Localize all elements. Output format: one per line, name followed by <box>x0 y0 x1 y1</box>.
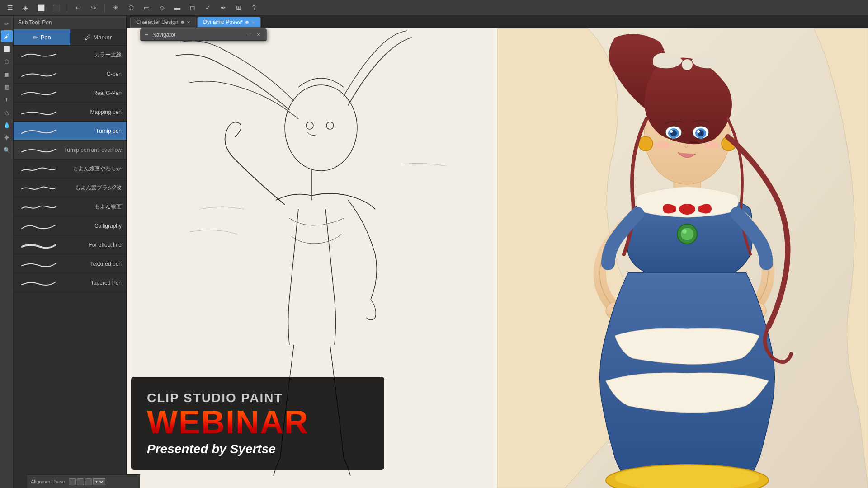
svg-point-6 <box>682 59 693 70</box>
brush-item-11[interactable]: Textured pen <box>14 254 126 273</box>
brush-preview-0 <box>18 49 59 61</box>
tool-move[interactable]: ✥ <box>1 131 13 143</box>
tab-close-2[interactable]: ✕ <box>251 20 255 25</box>
canvas-area[interactable]: CLIP STUDIO PAINT WEBINAR Presented by S… <box>127 28 868 488</box>
tab-dynamic-poses-label: Dynamic Poses* <box>203 19 243 25</box>
bottom-bar-label: Alignment base <box>31 479 65 484</box>
top-toolbar: ☰ ◈ ⬜ ⬛ ↩ ↪ ✳ ⬡ ▭ ◇ ▬ ◻ ✓ ✒ ⊞ ? <box>0 0 868 16</box>
brush-name-10: For effect line <box>62 242 122 248</box>
pen-tab[interactable]: ✏ Pen <box>14 29 70 45</box>
tool-btn-7[interactable]: ◇ <box>156 1 168 14</box>
tab-character-design[interactable]: Character Design ✕ <box>130 17 196 28</box>
navigator-title-label: Navigator <box>152 32 175 38</box>
brush-name-9: Calligraphy <box>62 223 122 229</box>
svg-point-14 <box>697 130 700 133</box>
tool-btn-11[interactable]: ✒ <box>217 1 230 14</box>
pen-tab-label: Pen <box>41 34 51 41</box>
brush-item-2[interactable]: Real G-Pen <box>14 84 126 103</box>
navigator-minimize-button[interactable]: ─ <box>245 31 253 39</box>
brush-item-4[interactable]: Turnip pen <box>14 122 126 141</box>
navigator-titlebar-left: ☰ Navigator <box>144 32 175 38</box>
tool-pen[interactable]: ✏ <box>1 18 13 29</box>
svg-point-16 <box>704 141 720 149</box>
brush-name-4: Turnip pen <box>62 128 122 134</box>
brush-preview-12 <box>18 277 59 289</box>
brush-name-3: Mapping pen <box>62 109 122 115</box>
tool-gradient[interactable]: ▦ <box>1 81 13 93</box>
webinar-main-text: WEBINAR <box>147 406 368 438</box>
brush-item-3[interactable]: Mapping pen <box>14 103 126 122</box>
tool-fill[interactable]: ◼ <box>1 68 13 80</box>
navigator-close-button[interactable]: ✕ <box>255 31 263 39</box>
brush-name-5: Turnip pen anti overflow <box>62 147 122 153</box>
marker-tab[interactable]: 🖊 Marker <box>70 29 127 45</box>
brush-list[interactable]: カラー主線 G-pen Real G-Pen <box>14 46 126 488</box>
brush-item-6[interactable]: もよん線画やわらか <box>14 160 126 178</box>
svg-point-21 <box>681 228 693 240</box>
sub-tool-panel: Sub Tool: Pen ✏ Pen 🖊 Marker カラー主線 <box>14 16 127 488</box>
navigator-titlebar: ☰ Navigator ─ ✕ <box>141 29 266 41</box>
tool-btn-9[interactable]: ◻ <box>186 1 199 14</box>
brush-item-0[interactable]: カラー主線 <box>14 46 126 65</box>
svg-point-15 <box>654 141 670 149</box>
brush-name-8: もよん線画 <box>62 203 122 211</box>
illustration-svg <box>497 28 868 488</box>
tool-text[interactable]: T <box>1 94 13 105</box>
tool-btn-5[interactable]: ⬡ <box>125 1 137 14</box>
tool-select[interactable]: ⬡ <box>1 56 13 67</box>
tool-btn-6[interactable]: ▭ <box>140 1 153 14</box>
brush-preview-5 <box>18 144 59 156</box>
tool-eraser[interactable]: ⬜ <box>1 43 13 55</box>
brush-item-10[interactable]: For effect line <box>14 235 126 254</box>
tab-bar: Character Design ✕ Dynamic Poses* ✕ <box>127 16 868 28</box>
redo-button[interactable]: ↪ <box>87 1 100 14</box>
brush-item-1[interactable]: G-pen <box>14 65 126 84</box>
help-button[interactable]: ? <box>248 1 260 14</box>
tool-btn-2[interactable]: ⬜ <box>34 1 47 14</box>
brush-preview-11 <box>18 258 59 270</box>
brush-item-12[interactable]: Tapered Pen <box>14 273 126 292</box>
tab-dynamic-poses[interactable]: Dynamic Poses* ✕ <box>197 17 261 28</box>
brush-name-7: もよん髪ブラシ2改 <box>62 184 122 192</box>
webinar-top-text: CLIP STUDIO PAINT <box>147 390 368 406</box>
alignment-btn-3[interactable] <box>85 478 92 485</box>
left-tools: ✏ 🖌 ⬜ ⬡ ◼ ▦ T △ 💧 ✥ 🔍 <box>0 16 14 488</box>
brush-preview-8 <box>18 201 59 213</box>
brush-item-7[interactable]: もよん髪ブラシ2改 <box>14 178 126 197</box>
brush-item-9[interactable]: Calligraphy <box>14 216 126 235</box>
webinar-overlay: CLIP STUDIO PAINT WEBINAR Presented by S… <box>131 377 384 470</box>
brush-name-0: カラー主線 <box>62 51 122 59</box>
navigator-panel: ☰ Navigator ─ ✕ <box>140 28 267 41</box>
tool-zoom[interactable]: 🔍 <box>1 144 13 156</box>
illustration-area <box>497 28 868 488</box>
alignment-select[interactable]: ▾ <box>93 478 105 485</box>
brush-preview-9 <box>18 220 59 232</box>
brush-preview-7 <box>18 182 59 194</box>
tool-shape[interactable]: △ <box>1 106 13 118</box>
tool-btn-8[interactable]: ▬ <box>171 1 184 14</box>
tool-btn-4[interactable]: ✳ <box>109 1 122 14</box>
tool-btn-3[interactable]: ⬛ <box>50 1 62 14</box>
tool-brush[interactable]: 🖌 <box>1 30 13 42</box>
sub-tool-header-label: Sub Tool: Pen <box>18 19 52 26</box>
brush-preview-6 <box>18 163 59 175</box>
alignment-btn-2[interactable] <box>77 478 84 485</box>
svg-point-22 <box>682 229 687 234</box>
alignment-btn-1[interactable] <box>69 478 76 485</box>
svg-point-17 <box>638 136 653 151</box>
brush-name-11: Textured pen <box>62 261 122 267</box>
brush-item-8[interactable]: もよん線画 <box>14 197 126 216</box>
undo-button[interactable]: ↩ <box>72 1 85 14</box>
tool-btn-12[interactable]: ⊞ <box>232 1 245 14</box>
brush-item-5[interactable]: Turnip pen anti overflow <box>14 141 126 160</box>
marker-tab-label: Marker <box>94 34 112 41</box>
brush-preview-4 <box>18 125 59 137</box>
menu-button[interactable]: ☰ <box>4 1 16 14</box>
tool-eyedropper[interactable]: 💧 <box>1 119 13 131</box>
brush-preview-3 <box>18 106 59 118</box>
tool-btn-10[interactable]: ✓ <box>202 1 214 14</box>
svg-point-19 <box>679 204 695 215</box>
tool-btn-1[interactable]: ◈ <box>19 1 32 14</box>
sub-tool-header: Sub Tool: Pen <box>14 16 126 29</box>
tab-close-1[interactable]: ✕ <box>187 20 190 25</box>
